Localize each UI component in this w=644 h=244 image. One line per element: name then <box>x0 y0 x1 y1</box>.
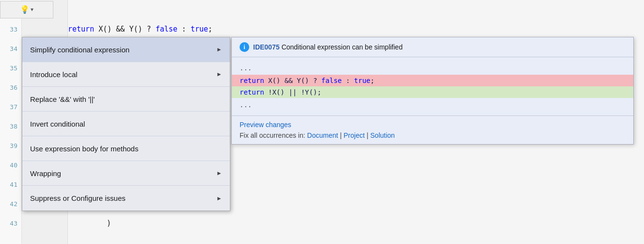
info-icon: i <box>240 42 249 52</box>
line-num-39: 39 <box>0 136 21 155</box>
menu-item-suppress-label: Suppress or Configure issues <box>30 194 126 202</box>
fix-all-prefix: Fix all occurrences in: <box>240 131 305 139</box>
preview-code-removed: return X() && Y() ? false : true; <box>232 75 633 86</box>
menu-item-simplify[interactable]: Simplify conditional expression ► <box>22 37 230 62</box>
fix-all-line: Fix all occurrences in: Document | Proje… <box>240 131 626 139</box>
fix-all-sep2: | <box>365 131 370 139</box>
preview-ellipsis-bottom: ... <box>232 98 633 112</box>
fix-all-sep1: | <box>338 131 343 139</box>
line-num-38: 38 <box>0 116 21 136</box>
line-num-41: 41 <box>0 175 21 194</box>
code-line-33: return X() && Y() ? false : true; <box>68 19 212 39</box>
preview-footer: Preview changes Fix all occurrences in: … <box>232 115 633 144</box>
ide-code: IDE0075 <box>253 43 279 51</box>
line-numbers: 32 33 34 35 36 37 38 39 40 41 42 43 <box>0 0 22 244</box>
line-num-36: 36 <box>0 78 21 97</box>
lightbulb-button[interactable]: 💡 ▼ <box>0 1 53 18</box>
line-num-42: 42 <box>0 194 21 213</box>
menu-item-introduce-local-label: Introduce local <box>30 70 78 79</box>
menu-item-replace-and-label: Replace '&&' with '||' <box>30 95 95 103</box>
preview-title: IDE0075 Conditional expression can be si… <box>253 43 402 51</box>
preview-header: i IDE0075 Conditional expression can be … <box>232 37 633 57</box>
menu-item-wrapping-label: Wrapping <box>30 169 61 178</box>
submenu-arrow-icon-3: ► <box>216 170 222 177</box>
submenu-arrow-icon-2: ► <box>216 71 222 78</box>
lightbulb-icon: 💡 <box>20 5 30 15</box>
fix-all-solution-link[interactable]: Solution <box>370 131 395 139</box>
line-num-37: 37 <box>0 97 21 116</box>
menu-item-suppress[interactable]: Suppress or Configure issues ► <box>22 186 230 211</box>
dropdown-arrow-icon: ▼ <box>31 7 33 13</box>
preview-ellipsis-top: ... <box>232 61 633 75</box>
preview-body: ... return X() && Y() ? false : true; re… <box>232 57 633 115</box>
line-num-43: 43 <box>0 213 21 233</box>
menu-item-introduce-local[interactable]: Introduce local ► <box>22 62 230 87</box>
code-line-42: ) <box>107 213 111 233</box>
submenu-arrow-icon-4: ► <box>216 195 222 202</box>
preview-description: Conditional expression can be simplified <box>281 43 402 51</box>
menu-item-invert-conditional[interactable]: Invert conditional <box>22 112 230 136</box>
menu-item-invert-conditional-label: Invert conditional <box>30 120 85 128</box>
code-content: X() && Y() ? false : true; <box>98 25 212 33</box>
line-num-34: 34 <box>0 39 21 58</box>
preview-code-added: return !X() || !Y(); <box>232 86 633 98</box>
context-menu: Simplify conditional expression ► Introd… <box>22 37 230 211</box>
menu-item-replace-and[interactable]: Replace '&&' with '||' <box>22 87 230 112</box>
fix-all-project-link[interactable]: Project <box>344 131 365 139</box>
keyword-return: return <box>68 25 94 33</box>
menu-item-use-expression[interactable]: Use expression body for methods <box>22 136 230 161</box>
line-num-35: 35 <box>0 58 21 78</box>
preview-changes-link[interactable]: Preview changes <box>240 121 626 129</box>
menu-item-simplify-label: Simplify conditional expression <box>30 46 129 54</box>
editor-wrapper: 32 33 34 35 36 37 38 39 40 41 42 43 retu… <box>0 0 644 244</box>
line-num-40: 40 <box>0 155 21 175</box>
fix-all-document-link[interactable]: Document <box>307 131 338 139</box>
line-num-33: 33 <box>0 19 21 39</box>
preview-panel: i IDE0075 Conditional expression can be … <box>231 37 634 145</box>
submenu-arrow-icon: ► <box>216 46 222 53</box>
menu-item-wrapping[interactable]: Wrapping ► <box>22 161 230 186</box>
menu-item-use-expression-label: Use expression body for methods <box>30 145 138 153</box>
